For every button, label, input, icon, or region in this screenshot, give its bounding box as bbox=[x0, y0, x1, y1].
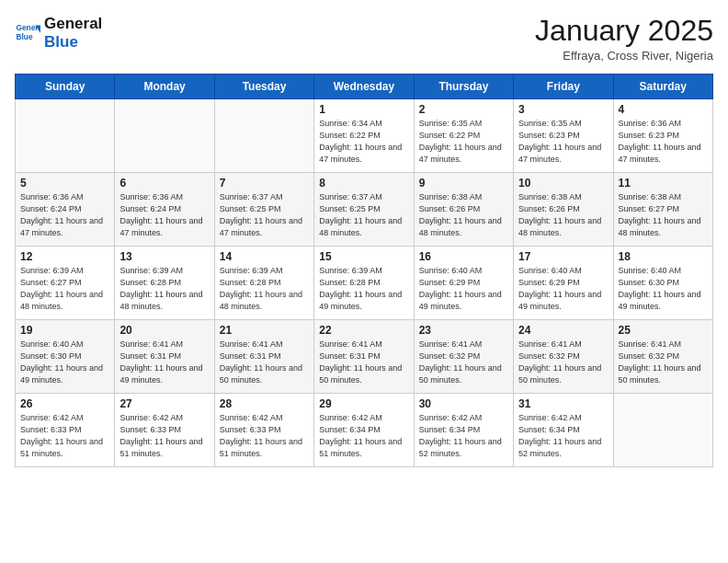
calendar-cell bbox=[613, 394, 712, 467]
day-number: 25 bbox=[619, 324, 708, 337]
month-title: January 2025 bbox=[535, 15, 713, 47]
calendar-cell: 31Sunrise: 6:42 AM Sunset: 6:34 PM Dayli… bbox=[514, 394, 613, 467]
logo-general: General bbox=[44, 15, 102, 33]
calendar-cell: 21Sunrise: 6:41 AM Sunset: 6:31 PM Dayli… bbox=[214, 320, 313, 394]
day-number: 28 bbox=[220, 397, 309, 410]
day-number: 4 bbox=[619, 103, 708, 116]
calendar-table: SundayMondayTuesdayWednesdayThursdayFrid… bbox=[15, 74, 713, 467]
calendar-cell bbox=[214, 99, 313, 173]
week-row-4: 19Sunrise: 6:40 AM Sunset: 6:30 PM Dayli… bbox=[16, 320, 713, 394]
day-number: 27 bbox=[119, 397, 209, 410]
day-number: 24 bbox=[518, 324, 608, 337]
calendar-cell: 9Sunrise: 6:38 AM Sunset: 6:26 PM Daylig… bbox=[414, 173, 513, 247]
header-day-saturday: Saturday bbox=[613, 75, 712, 99]
week-row-1: 1Sunrise: 6:34 AM Sunset: 6:22 PM Daylig… bbox=[16, 99, 713, 173]
svg-text:Blue: Blue bbox=[16, 32, 32, 41]
header-row: SundayMondayTuesdayWednesdayThursdayFrid… bbox=[16, 75, 713, 99]
day-info: Sunrise: 6:38 AM Sunset: 6:26 PM Dayligh… bbox=[518, 191, 608, 239]
day-info: Sunrise: 6:42 AM Sunset: 6:33 PM Dayligh… bbox=[220, 412, 309, 460]
day-info: Sunrise: 6:41 AM Sunset: 6:31 PM Dayligh… bbox=[119, 339, 209, 386]
day-number: 14 bbox=[220, 250, 309, 263]
calendar-cell: 24Sunrise: 6:41 AM Sunset: 6:32 PM Dayli… bbox=[514, 320, 613, 394]
day-info: Sunrise: 6:40 AM Sunset: 6:29 PM Dayligh… bbox=[419, 265, 508, 313]
header-day-thursday: Thursday bbox=[414, 75, 513, 99]
location-subtitle: Effraya, Cross River, Nigeria bbox=[535, 49, 713, 63]
title-block: January 2025 Effraya, Cross River, Niger… bbox=[535, 15, 713, 63]
header-day-friday: Friday bbox=[514, 75, 613, 99]
calendar-cell: 20Sunrise: 6:41 AM Sunset: 6:31 PM Dayli… bbox=[115, 320, 214, 394]
day-number: 23 bbox=[419, 324, 508, 337]
header-day-sunday: Sunday bbox=[16, 75, 115, 99]
day-info: Sunrise: 6:41 AM Sunset: 6:32 PM Dayligh… bbox=[518, 339, 608, 386]
day-number: 5 bbox=[20, 177, 109, 190]
day-info: Sunrise: 6:37 AM Sunset: 6:25 PM Dayligh… bbox=[220, 191, 309, 239]
day-info: Sunrise: 6:39 AM Sunset: 6:27 PM Dayligh… bbox=[20, 265, 109, 313]
day-info: Sunrise: 6:41 AM Sunset: 6:31 PM Dayligh… bbox=[319, 339, 408, 386]
day-info: Sunrise: 6:36 AM Sunset: 6:23 PM Dayligh… bbox=[619, 118, 708, 166]
day-info: Sunrise: 6:36 AM Sunset: 6:24 PM Dayligh… bbox=[119, 191, 209, 239]
week-row-2: 5Sunrise: 6:36 AM Sunset: 6:24 PM Daylig… bbox=[16, 173, 713, 247]
day-number: 7 bbox=[220, 177, 309, 190]
day-number: 30 bbox=[419, 397, 508, 410]
calendar-cell: 10Sunrise: 6:38 AM Sunset: 6:26 PM Dayli… bbox=[514, 173, 613, 247]
calendar-cell: 23Sunrise: 6:41 AM Sunset: 6:32 PM Dayli… bbox=[414, 320, 513, 394]
logo-blue: Blue bbox=[44, 33, 78, 51]
day-number: 6 bbox=[119, 177, 209, 190]
calendar-cell: 6Sunrise: 6:36 AM Sunset: 6:24 PM Daylig… bbox=[115, 173, 214, 247]
day-info: Sunrise: 6:38 AM Sunset: 6:27 PM Dayligh… bbox=[619, 191, 708, 239]
day-number: 16 bbox=[419, 250, 508, 263]
calendar-cell: 17Sunrise: 6:40 AM Sunset: 6:29 PM Dayli… bbox=[514, 247, 613, 320]
day-number: 29 bbox=[319, 397, 408, 410]
calendar-header: SundayMondayTuesdayWednesdayThursdayFrid… bbox=[16, 75, 713, 99]
day-number: 9 bbox=[419, 177, 508, 190]
day-info: Sunrise: 6:35 AM Sunset: 6:22 PM Dayligh… bbox=[419, 118, 508, 166]
day-number: 12 bbox=[20, 250, 109, 263]
calendar-cell: 14Sunrise: 6:39 AM Sunset: 6:28 PM Dayli… bbox=[214, 247, 313, 320]
header-day-tuesday: Tuesday bbox=[214, 75, 313, 99]
calendar-cell: 12Sunrise: 6:39 AM Sunset: 6:27 PM Dayli… bbox=[16, 247, 115, 320]
day-number: 3 bbox=[518, 103, 608, 116]
day-number: 17 bbox=[518, 250, 608, 263]
day-info: Sunrise: 6:39 AM Sunset: 6:28 PM Dayligh… bbox=[220, 265, 309, 313]
calendar-cell: 11Sunrise: 6:38 AM Sunset: 6:27 PM Dayli… bbox=[613, 173, 712, 247]
logo-icon: General Blue bbox=[15, 20, 40, 46]
calendar-cell: 22Sunrise: 6:41 AM Sunset: 6:31 PM Dayli… bbox=[314, 320, 414, 394]
day-info: Sunrise: 6:40 AM Sunset: 6:30 PM Dayligh… bbox=[20, 339, 109, 386]
calendar-body: 1Sunrise: 6:34 AM Sunset: 6:22 PM Daylig… bbox=[16, 99, 713, 467]
day-number: 2 bbox=[419, 103, 508, 116]
calendar-cell: 2Sunrise: 6:35 AM Sunset: 6:22 PM Daylig… bbox=[414, 99, 513, 173]
calendar-cell: 5Sunrise: 6:36 AM Sunset: 6:24 PM Daylig… bbox=[16, 173, 115, 247]
day-info: Sunrise: 6:42 AM Sunset: 6:34 PM Dayligh… bbox=[518, 412, 608, 460]
day-info: Sunrise: 6:41 AM Sunset: 6:32 PM Dayligh… bbox=[619, 339, 708, 386]
day-number: 18 bbox=[619, 250, 708, 263]
week-row-3: 12Sunrise: 6:39 AM Sunset: 6:27 PM Dayli… bbox=[16, 247, 713, 320]
day-number: 1 bbox=[319, 103, 408, 116]
day-number: 10 bbox=[518, 177, 608, 190]
day-number: 11 bbox=[619, 177, 708, 190]
calendar-cell: 25Sunrise: 6:41 AM Sunset: 6:32 PM Dayli… bbox=[613, 320, 712, 394]
day-info: Sunrise: 6:38 AM Sunset: 6:26 PM Dayligh… bbox=[419, 191, 508, 239]
day-info: Sunrise: 6:40 AM Sunset: 6:30 PM Dayligh… bbox=[619, 265, 708, 313]
day-number: 31 bbox=[518, 397, 608, 410]
day-info: Sunrise: 6:40 AM Sunset: 6:29 PM Dayligh… bbox=[518, 265, 608, 313]
day-info: Sunrise: 6:42 AM Sunset: 6:33 PM Dayligh… bbox=[119, 412, 209, 460]
day-info: Sunrise: 6:41 AM Sunset: 6:32 PM Dayligh… bbox=[419, 339, 508, 386]
day-info: Sunrise: 6:35 AM Sunset: 6:23 PM Dayligh… bbox=[518, 118, 608, 166]
header-day-wednesday: Wednesday bbox=[314, 75, 414, 99]
calendar-cell: 27Sunrise: 6:42 AM Sunset: 6:33 PM Dayli… bbox=[115, 394, 214, 467]
svg-text:General: General bbox=[16, 23, 40, 32]
day-info: Sunrise: 6:42 AM Sunset: 6:33 PM Dayligh… bbox=[20, 412, 109, 460]
page-header: General Blue General Blue January 2025 E… bbox=[15, 15, 713, 63]
day-info: Sunrise: 6:42 AM Sunset: 6:34 PM Dayligh… bbox=[419, 412, 508, 460]
day-number: 8 bbox=[319, 177, 408, 190]
day-number: 19 bbox=[20, 324, 109, 337]
day-number: 20 bbox=[119, 324, 209, 337]
day-info: Sunrise: 6:39 AM Sunset: 6:28 PM Dayligh… bbox=[319, 265, 408, 313]
day-info: Sunrise: 6:37 AM Sunset: 6:25 PM Dayligh… bbox=[319, 191, 408, 239]
calendar-cell bbox=[115, 99, 214, 173]
calendar-cell: 7Sunrise: 6:37 AM Sunset: 6:25 PM Daylig… bbox=[214, 173, 313, 247]
day-number: 15 bbox=[319, 250, 408, 263]
day-info: Sunrise: 6:42 AM Sunset: 6:34 PM Dayligh… bbox=[319, 412, 408, 460]
calendar-cell: 1Sunrise: 6:34 AM Sunset: 6:22 PM Daylig… bbox=[314, 99, 414, 173]
day-info: Sunrise: 6:41 AM Sunset: 6:31 PM Dayligh… bbox=[220, 339, 309, 386]
